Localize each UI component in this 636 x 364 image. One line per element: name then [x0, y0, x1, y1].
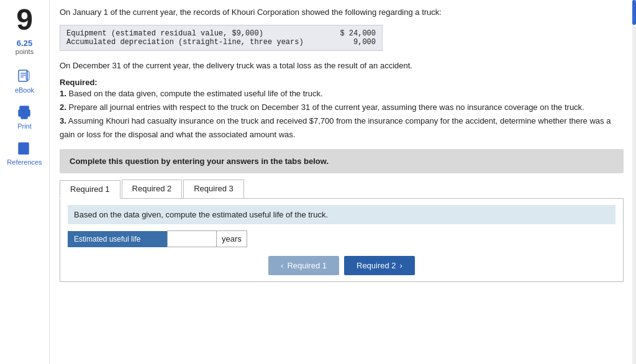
question-number: 9 — [16, 5, 33, 35]
ebook-icon — [16, 68, 33, 85]
sidebar-item-references[interactable]: References — [7, 140, 42, 166]
nav-buttons: ‹ Required 1 Required 2 › — [68, 256, 616, 275]
required-item-1: 1. Based on the data given, compute the … — [60, 87, 624, 101]
equipment-row-2: Accumulated depreciation (straight-line,… — [66, 38, 376, 47]
required-label: Required: — [60, 78, 98, 87]
req-text-2: Prepare all journal entries with respect… — [68, 102, 584, 112]
print-icon — [16, 104, 33, 121]
svg-rect-7 — [21, 114, 27, 119]
main-content: On January 1 of the current year, the re… — [50, 0, 636, 364]
tab-content: Based on the data given, compute the est… — [60, 199, 624, 282]
sidebar-item-ebook[interactable]: eBook — [15, 68, 34, 94]
prev-button-label: Required 1 — [287, 261, 327, 270]
equipment-row-1: Equipment (estimated residual value, $9,… — [66, 29, 376, 38]
scrollbar[interactable] — [632, 0, 636, 364]
next-button-label: Required 2 — [357, 261, 396, 270]
req-num-2: 2. — [60, 102, 66, 112]
required-section: Required: 1. Based on the data given, co… — [60, 78, 624, 142]
tab-description: Based on the data given, compute the est… — [68, 205, 616, 224]
tab-required-2[interactable]: Required 2 — [122, 180, 183, 198]
intro-text: On January 1 of the current year, the re… — [60, 6, 624, 19]
req-text-3: Assuming Khouri had casualty insurance o… — [60, 116, 611, 139]
tab-3-label: Required 3 — [194, 184, 234, 193]
accident-text: On December 31 of the current year, the … — [60, 60, 624, 72]
req-num-3: 3. — [60, 116, 66, 125]
useful-life-row: Estimated useful life years — [68, 230, 616, 247]
tab-required-3[interactable]: Required 3 — [183, 180, 244, 198]
ebook-label: eBook — [15, 86, 34, 94]
references-label: References — [7, 158, 42, 166]
next-arrow-icon: › — [400, 261, 402, 270]
required-items: 1. Based on the data given, compute the … — [60, 87, 624, 142]
equipment-table: Equipment (estimated residual value, $9,… — [60, 25, 383, 51]
prev-button[interactable]: ‹ Required 1 — [268, 256, 339, 275]
points-value: 6.25 — [17, 39, 32, 48]
sidebar-item-print[interactable]: Print — [16, 104, 33, 130]
tab-1-label: Required 1 — [70, 184, 110, 194]
equipment-row2-label: Accumulated depreciation (straight-line,… — [66, 38, 304, 47]
equipment-row1-label: Equipment (estimated residual value, $9,… — [66, 29, 263, 38]
req-num-1: 1. — [60, 89, 66, 98]
complete-box: Complete this question by entering your … — [60, 149, 624, 173]
useful-life-unit: years — [217, 230, 247, 247]
complete-box-text: Complete this question by entering your … — [70, 157, 329, 166]
useful-life-label: Estimated useful life — [68, 231, 167, 247]
sidebar-navigation: eBook Print — [7, 68, 42, 166]
svg-point-8 — [27, 112, 29, 113]
next-button[interactable]: Required 2 › — [344, 256, 415, 275]
useful-life-input[interactable] — [167, 230, 217, 247]
references-icon — [16, 140, 33, 157]
tabs-container: Required 1 Required 2 Required 3 — [60, 180, 624, 199]
prev-arrow-icon: ‹ — [281, 261, 283, 270]
req-text-1: Based on the data given, compute the est… — [68, 89, 322, 98]
sidebar: 9 6.25 points eBook — [0, 0, 50, 364]
points-label: points — [16, 48, 34, 55]
print-label: Print — [17, 122, 32, 130]
equipment-row1-value: $ 24,000 — [340, 29, 376, 38]
tab-2-label: Required 2 — [132, 184, 172, 193]
required-item-2: 2. Prepare all journal entries with resp… — [60, 101, 624, 114]
required-item-3: 3. Assuming Khouri had casualty insuranc… — [60, 114, 624, 142]
scrollbar-thumb[interactable] — [632, 0, 636, 25]
equipment-row2-value: 9,000 — [353, 38, 376, 47]
tab-required-1[interactable]: Required 1 — [60, 180, 120, 199]
